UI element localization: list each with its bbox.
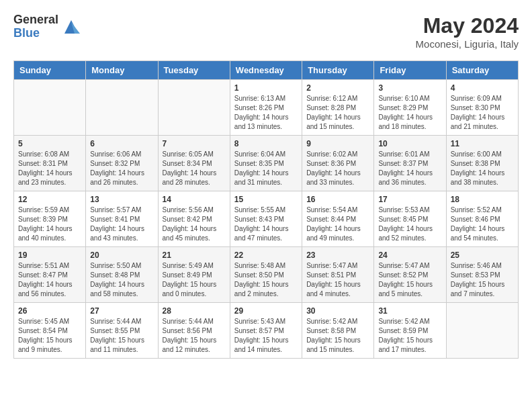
day-number: 3: [378, 83, 441, 93]
day-number: 22: [234, 250, 298, 260]
column-header-thursday: Thursday: [302, 61, 374, 80]
calendar-cell: 22Sunrise: 5:48 AM Sunset: 8:50 PM Dayli…: [230, 247, 302, 303]
day-info: Sunrise: 6:08 AM Sunset: 8:31 PM Dayligh…: [18, 150, 81, 187]
calendar-cell: 19Sunrise: 5:51 AM Sunset: 8:47 PM Dayli…: [14, 247, 86, 303]
calendar-cell: [86, 80, 158, 136]
column-header-friday: Friday: [374, 61, 446, 80]
week-row-3: 12Sunrise: 5:59 AM Sunset: 8:39 PM Dayli…: [14, 191, 519, 247]
logo: General Blue: [13, 13, 81, 40]
header-row: SundayMondayTuesdayWednesdayThursdayFrid…: [14, 61, 519, 80]
calendar-cell: 3Sunrise: 6:10 AM Sunset: 8:29 PM Daylig…: [374, 80, 446, 136]
calendar-cell: 24Sunrise: 5:47 AM Sunset: 8:52 PM Dayli…: [374, 247, 446, 303]
calendar-cell: [446, 303, 518, 359]
calendar-cell: 25Sunrise: 5:46 AM Sunset: 8:53 PM Dayli…: [446, 247, 518, 303]
day-number: 23: [306, 250, 369, 260]
day-info: Sunrise: 5:48 AM Sunset: 8:50 PM Dayligh…: [234, 261, 298, 299]
day-number: 8: [234, 139, 298, 148]
location-subtitle: Moconesi, Liguria, Italy: [416, 38, 519, 50]
calendar-cell: 11Sunrise: 6:00 AM Sunset: 8:38 PM Dayli…: [446, 136, 518, 191]
day-info: Sunrise: 5:54 AM Sunset: 8:44 PM Dayligh…: [306, 205, 369, 243]
day-info: Sunrise: 5:59 AM Sunset: 8:39 PM Dayligh…: [18, 205, 81, 243]
day-info: Sunrise: 5:46 AM Sunset: 8:53 PM Dayligh…: [451, 261, 514, 299]
calendar-cell: [158, 80, 230, 136]
calendar-cell: 30Sunrise: 5:42 AM Sunset: 8:58 PM Dayli…: [302, 303, 374, 359]
logo-blue-text: Blue: [13, 27, 58, 40]
day-number: 10: [378, 139, 441, 148]
calendar-cell: 4Sunrise: 6:09 AM Sunset: 8:30 PM Daylig…: [446, 80, 518, 136]
column-header-monday: Monday: [86, 61, 158, 80]
calendar-cell: 28Sunrise: 5:44 AM Sunset: 8:56 PM Dayli…: [158, 303, 230, 359]
calendar-cell: 23Sunrise: 5:47 AM Sunset: 8:51 PM Dayli…: [302, 247, 374, 303]
column-header-saturday: Saturday: [446, 61, 518, 80]
day-info: Sunrise: 6:10 AM Sunset: 8:29 PM Dayligh…: [378, 94, 441, 132]
calendar-cell: 2Sunrise: 6:12 AM Sunset: 8:28 PM Daylig…: [302, 80, 374, 136]
calendar-cell: 20Sunrise: 5:50 AM Sunset: 8:48 PM Dayli…: [86, 247, 158, 303]
calendar-cell: 21Sunrise: 5:49 AM Sunset: 8:49 PM Dayli…: [158, 247, 230, 303]
calendar-cell: [14, 80, 86, 136]
column-header-wednesday: Wednesday: [230, 61, 302, 80]
day-number: 29: [234, 306, 298, 316]
calendar-cell: 17Sunrise: 5:53 AM Sunset: 8:45 PM Dayli…: [374, 191, 446, 247]
title-block: May 2024 Moconesi, Liguria, Italy: [416, 13, 519, 50]
day-info: Sunrise: 6:02 AM Sunset: 8:36 PM Dayligh…: [306, 150, 369, 187]
calendar-cell: 5Sunrise: 6:08 AM Sunset: 8:31 PM Daylig…: [14, 136, 86, 191]
calendar-cell: 10Sunrise: 6:01 AM Sunset: 8:37 PM Dayli…: [374, 136, 446, 191]
week-row-5: 26Sunrise: 5:45 AM Sunset: 8:54 PM Dayli…: [14, 303, 519, 359]
calendar-cell: 1Sunrise: 6:13 AM Sunset: 8:26 PM Daylig…: [230, 80, 302, 136]
day-number: 15: [234, 195, 298, 204]
day-number: 18: [451, 195, 514, 204]
day-info: Sunrise: 6:05 AM Sunset: 8:34 PM Dayligh…: [163, 150, 226, 187]
day-info: Sunrise: 6:06 AM Sunset: 8:32 PM Dayligh…: [90, 150, 153, 187]
day-info: Sunrise: 5:44 AM Sunset: 8:56 PM Dayligh…: [163, 317, 226, 355]
week-row-1: 1Sunrise: 6:13 AM Sunset: 8:26 PM Daylig…: [14, 80, 519, 136]
logo-general-text: General: [13, 13, 58, 27]
calendar-cell: 18Sunrise: 5:52 AM Sunset: 8:46 PM Dayli…: [446, 191, 518, 247]
column-header-tuesday: Tuesday: [158, 61, 230, 80]
day-number: 19: [18, 250, 81, 260]
day-info: Sunrise: 5:42 AM Sunset: 8:59 PM Dayligh…: [378, 317, 441, 355]
calendar-cell: 16Sunrise: 5:54 AM Sunset: 8:44 PM Dayli…: [302, 191, 374, 247]
day-info: Sunrise: 5:50 AM Sunset: 8:48 PM Dayligh…: [90, 261, 153, 299]
calendar-cell: 12Sunrise: 5:59 AM Sunset: 8:39 PM Dayli…: [14, 191, 86, 247]
day-info: Sunrise: 6:01 AM Sunset: 8:37 PM Dayligh…: [378, 150, 441, 187]
month-title: May 2024: [416, 13, 519, 38]
day-info: Sunrise: 5:47 AM Sunset: 8:52 PM Dayligh…: [378, 261, 441, 299]
day-number: 31: [378, 306, 441, 316]
day-number: 28: [163, 306, 226, 316]
day-info: Sunrise: 5:51 AM Sunset: 8:47 PM Dayligh…: [18, 261, 81, 299]
day-number: 21: [163, 250, 226, 260]
day-number: 13: [90, 195, 153, 204]
day-info: Sunrise: 6:04 AM Sunset: 8:35 PM Dayligh…: [234, 150, 298, 187]
day-info: Sunrise: 6:12 AM Sunset: 8:28 PM Dayligh…: [306, 94, 369, 132]
day-number: 16: [306, 195, 369, 204]
day-info: Sunrise: 5:43 AM Sunset: 8:57 PM Dayligh…: [234, 317, 298, 355]
day-number: 1: [234, 83, 298, 93]
day-number: 11: [451, 139, 514, 148]
day-info: Sunrise: 5:47 AM Sunset: 8:51 PM Dayligh…: [306, 261, 369, 299]
calendar-cell: 26Sunrise: 5:45 AM Sunset: 8:54 PM Dayli…: [14, 303, 86, 359]
day-number: 9: [306, 139, 369, 148]
day-info: Sunrise: 6:13 AM Sunset: 8:26 PM Dayligh…: [234, 94, 298, 132]
calendar-cell: 29Sunrise: 5:43 AM Sunset: 8:57 PM Dayli…: [230, 303, 302, 359]
day-number: 25: [451, 250, 514, 260]
calendar-cell: 14Sunrise: 5:56 AM Sunset: 8:42 PM Dayli…: [158, 191, 230, 247]
day-info: Sunrise: 5:49 AM Sunset: 8:49 PM Dayligh…: [163, 261, 226, 299]
week-row-2: 5Sunrise: 6:08 AM Sunset: 8:31 PM Daylig…: [14, 136, 519, 191]
calendar-cell: 15Sunrise: 5:55 AM Sunset: 8:43 PM Dayli…: [230, 191, 302, 247]
calendar-table: SundayMondayTuesdayWednesdayThursdayFrid…: [13, 60, 519, 359]
day-number: 5: [18, 139, 81, 148]
calendar-cell: 9Sunrise: 6:02 AM Sunset: 8:36 PM Daylig…: [302, 136, 374, 191]
day-number: 2: [306, 83, 369, 93]
calendar-cell: 7Sunrise: 6:05 AM Sunset: 8:34 PM Daylig…: [158, 136, 230, 191]
day-info: Sunrise: 5:53 AM Sunset: 8:45 PM Dayligh…: [378, 205, 441, 243]
calendar-cell: 8Sunrise: 6:04 AM Sunset: 8:35 PM Daylig…: [230, 136, 302, 191]
calendar-cell: 27Sunrise: 5:44 AM Sunset: 8:55 PM Dayli…: [86, 303, 158, 359]
day-number: 20: [90, 250, 153, 260]
day-info: Sunrise: 6:00 AM Sunset: 8:38 PM Dayligh…: [451, 150, 514, 187]
logo-icon: [61, 17, 81, 37]
column-header-sunday: Sunday: [14, 61, 86, 80]
day-info: Sunrise: 5:52 AM Sunset: 8:46 PM Dayligh…: [451, 205, 514, 243]
day-number: 7: [163, 139, 226, 148]
day-info: Sunrise: 5:45 AM Sunset: 8:54 PM Dayligh…: [18, 317, 81, 355]
day-number: 17: [378, 195, 441, 204]
